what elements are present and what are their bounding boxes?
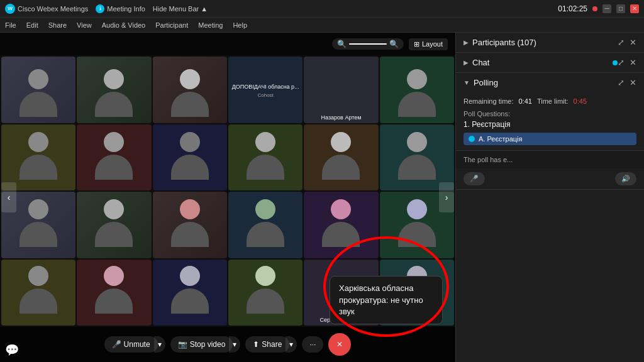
share-dropdown[interactable]: ▾ [286,336,297,353]
chat-title: Chat [472,58,610,67]
poll-status-text: The poll has e... [464,156,513,163]
poll-microphone-button[interactable]: 🎤 [464,172,485,185]
meeting-info-label: Meeting Info [107,5,145,13]
bottom-toolbar: 💬 🎤 Unmute ▾ 📷 Stop video ▾ ⬆ Share [0,327,455,362]
polling-section: ▼ Polling ⤢ ✕ Remaining time: 0:41 Time … [456,73,644,190]
video-cell-nazarov: Назаров Артем [304,57,378,123]
video-cell-host: ДОПОВІДАЧІ обласна р... Cohost [228,57,303,123]
recording-indicator [592,6,597,11]
more-button[interactable]: ··· [302,336,323,353]
prev-page-button[interactable]: ‹ [1,182,16,212]
app-logo: W Cisco Webex Meetings [5,4,88,14]
layout-button[interactable]: ⊞ Layout [409,38,448,50]
share-icon: ⬆ [253,340,259,349]
main-content: 🔍 🔍 ⊞ Layout [0,33,644,362]
poll-option-a[interactable]: A. Реєстрація [464,133,636,145]
poll-question-1: 1. Реєстрація [464,120,636,129]
polling-chevron-icon: ▼ [464,79,470,86]
menu-participant[interactable]: Participant [155,21,188,29]
hide-menu-button[interactable]: Hide Menu Bar ▲ [153,5,208,13]
zoom-in-icon[interactable]: 🔍 [389,40,399,48]
mic-icon: 🎤 [470,175,479,183]
hide-menu-label: Hide Menu Bar [153,5,199,13]
participants-chevron-icon: ▶ [464,39,469,46]
poll-question-text: Реєстрація [472,120,510,129]
close-button[interactable]: ✕ [630,4,639,13]
video-cell [77,260,151,326]
polling-header[interactable]: ▼ Polling ⤢ ✕ [456,73,644,92]
poll-questions-label: Poll Questions: [464,110,636,118]
menu-file[interactable]: File [5,21,16,29]
remaining-time-value: 0:41 [518,97,531,105]
stop-video-button[interactable]: 📷 Stop video [170,336,233,353]
minimize-button[interactable]: ─ [602,4,611,13]
next-page-button[interactable]: › [439,182,454,212]
meeting-info-button[interactable]: ℹ Meeting Info [96,4,145,13]
more-label: ··· [309,340,316,349]
polling-close-icon[interactable]: ✕ [630,78,636,87]
video-cell [77,57,151,123]
host-sublabel: Cohost [257,92,273,98]
chevron-up-icon: ▲ [201,5,208,13]
remaining-time-label: Remaining time: [464,97,513,105]
chat-notification-dot [613,60,618,65]
video-cell [77,124,151,191]
video-cell [153,57,227,123]
video-area: 🔍 🔍 ⊞ Layout [0,33,455,362]
title-bar: W Cisco Webex Meetings ℹ Meeting Info Hi… [0,0,644,18]
participants-section: ▶ Participants (107) ⤢ ✕ [456,33,644,53]
participants-expand-icon[interactable]: ⤢ [618,38,625,47]
video-cell [304,124,378,191]
unmute-label: Unmute [124,340,150,349]
zoom-out-icon[interactable]: 🔍 [337,40,347,48]
zoom-slider[interactable] [349,43,387,45]
video-cell [1,260,75,326]
chat-chevron-icon: ▶ [464,59,469,66]
layout-label: Layout [422,40,443,48]
share-button[interactable]: ⬆ Share [245,336,289,353]
video-cell [153,124,227,191]
speaker-icon: 🔊 [621,175,630,183]
video-cell [380,57,454,123]
menu-meeting[interactable]: Meeting [198,21,223,29]
chat-header[interactable]: ▶ Chat ⤢ ✕ [456,53,644,72]
chat-expand-icon[interactable]: ⤢ [618,58,625,67]
meeting-info-icon: ℹ [96,4,104,13]
chat-close-icon[interactable]: ✕ [630,58,636,67]
menu-edit[interactable]: Edit [26,21,38,29]
menu-share[interactable]: Share [48,21,67,29]
zoom-control[interactable]: 🔍 🔍 [332,38,404,50]
video-cell [380,124,454,191]
chat-icon[interactable]: 💬 [5,343,19,357]
polling-title: Polling [474,78,618,87]
video-cell [228,260,303,326]
video-cell [228,192,303,258]
video-cell [77,192,151,258]
app-name: Cisco Webex Meetings [18,5,88,13]
unmute-dropdown[interactable]: ▾ [154,336,165,353]
menu-help[interactable]: Help [233,21,247,29]
poll-speaker-button[interactable]: 🔊 [615,172,636,185]
participants-close-icon[interactable]: ✕ [630,38,636,47]
stop-video-dropdown[interactable]: ▾ [229,336,240,353]
menu-view[interactable]: View [77,21,92,29]
notification-bubble: Харківська обласна прокуратура: не чутно… [330,276,443,324]
menu-bar: File Edit Share View Audio & Video Parti… [0,18,644,33]
video-cell [153,192,227,258]
polling-expand-icon[interactable]: ⤢ [618,78,625,87]
maximize-button[interactable]: □ [616,4,625,13]
cisco-icon: W [5,4,15,14]
participants-title: Participants (107) [472,38,618,47]
video-toolbar: 🔍 🔍 ⊞ Layout [0,33,455,55]
menu-audio-video[interactable]: Audio & Video [102,21,146,29]
unmute-button[interactable]: 🎤 Unmute [104,336,158,353]
end-meeting-button[interactable]: ✕ [328,333,351,356]
stop-video-label: Stop video [190,340,226,349]
poll-status: The poll has e... [456,150,644,168]
time-limit-label: Time limit: [537,97,569,105]
chat-section: ▶ Chat ⤢ ✕ [456,53,644,73]
participants-header[interactable]: ▶ Participants (107) ⤢ ✕ [456,33,644,52]
video-cell [153,260,227,326]
host-name: ДОПОВІДАЧІ обласна р... [232,84,299,90]
video-cell [1,124,75,191]
